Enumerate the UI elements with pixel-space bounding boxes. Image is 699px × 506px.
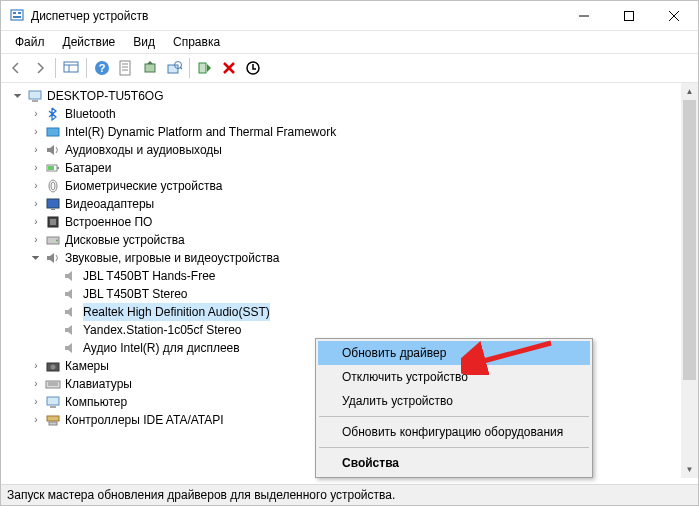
tree-category[interactable]: › Intel(R) Dynamic Platform and Thermal … — [7, 123, 696, 141]
tree-device[interactable]: Yandex.Station-1c05cf Stereo — [7, 321, 696, 339]
svg-rect-33 — [47, 199, 59, 208]
tree-root[interactable]: ⏷ DESKTOP-TU5T6OG — [7, 87, 696, 105]
expand-icon[interactable]: › — [29, 107, 43, 121]
sound-icon — [45, 250, 61, 266]
node-label: Компьютер — [65, 393, 127, 411]
speaker-icon — [63, 304, 79, 320]
svg-rect-34 — [51, 209, 55, 210]
speaker-icon — [63, 286, 79, 302]
expand-icon[interactable]: › — [29, 395, 43, 409]
collapse-icon[interactable]: ⏷ — [11, 89, 25, 103]
node-label: Видеоадаптеры — [65, 195, 154, 213]
menu-action[interactable]: Действие — [55, 33, 124, 51]
window-controls — [561, 1, 696, 30]
svg-point-40 — [51, 365, 56, 370]
tree-category[interactable]: › Видеоадаптеры — [7, 195, 696, 213]
uninstall-device-button[interactable] — [218, 57, 240, 79]
forward-button[interactable] — [29, 57, 51, 79]
expand-icon[interactable]: › — [29, 179, 43, 193]
node-label: Встроенное ПО — [65, 213, 152, 231]
ctx-update-driver[interactable]: Обновить драйвер — [318, 341, 590, 365]
svg-rect-1 — [13, 12, 16, 14]
svg-rect-44 — [47, 397, 59, 405]
menu-help[interactable]: Справка — [165, 33, 228, 51]
svg-rect-0 — [11, 10, 23, 20]
svg-rect-5 — [624, 11, 633, 20]
ctx-properties[interactable]: Свойства — [318, 451, 590, 475]
expand-icon[interactable]: › — [29, 359, 43, 373]
display-adapter-icon — [45, 196, 61, 212]
node-label: Аудио Intel(R) для дисплеев — [83, 339, 240, 357]
collapse-icon[interactable]: ⏷ — [29, 251, 43, 265]
battery-icon — [45, 160, 61, 176]
tree-category[interactable]: › Bluetooth — [7, 105, 696, 123]
expand-icon[interactable]: › — [29, 125, 43, 139]
scroll-down-arrow[interactable]: ▼ — [681, 461, 698, 478]
expand-icon[interactable]: › — [29, 197, 43, 211]
speaker-icon — [63, 322, 79, 338]
tree-device[interactable]: JBL T450BT Hands-Free — [7, 267, 696, 285]
minimize-button[interactable] — [561, 1, 606, 30]
help-button[interactable]: ? — [91, 57, 113, 79]
firmware-icon — [45, 214, 61, 230]
computer-icon — [45, 394, 61, 410]
ctx-scan-hardware[interactable]: Обновить конфигурацию оборудования — [318, 420, 590, 444]
update-driver-button[interactable] — [139, 57, 161, 79]
node-label: JBL T450BT Hands-Free — [83, 267, 216, 285]
app-icon — [9, 8, 25, 24]
scan-hardware-button[interactable] — [163, 57, 185, 79]
svg-rect-8 — [64, 62, 78, 72]
node-label: Realtek High Definition Audio(SST) — [83, 303, 270, 321]
ide-controller-icon — [45, 412, 61, 428]
tree-device[interactable]: JBL T450BT Stereo — [7, 285, 696, 303]
biometric-icon — [45, 178, 61, 194]
node-label: Bluetooth — [65, 105, 116, 123]
expand-icon[interactable]: › — [29, 161, 43, 175]
titlebar: Диспетчер устройств — [1, 1, 698, 31]
menubar: Файл Действие Вид Справка — [1, 31, 698, 54]
speaker-icon — [63, 340, 79, 356]
back-button[interactable] — [5, 57, 27, 79]
tree-category[interactable]: › Дисковые устройства — [7, 231, 696, 249]
properties-button[interactable] — [115, 57, 137, 79]
enable-device-button[interactable] — [194, 57, 216, 79]
node-label: Дисковые устройства — [65, 231, 185, 249]
tree-device-selected[interactable]: Realtek High Definition Audio(SST) — [7, 303, 696, 321]
ctx-uninstall-device[interactable]: Удалить устройство — [318, 389, 590, 413]
platform-icon — [45, 124, 61, 140]
tree-category-sound[interactable]: ⏷ Звуковые, игровые и видеоустройства — [7, 249, 696, 267]
expand-icon[interactable]: › — [29, 233, 43, 247]
show-hide-console-button[interactable] — [60, 57, 82, 79]
svg-rect-13 — [120, 61, 130, 75]
toolbar-separator — [55, 58, 56, 78]
tree-category[interactable]: › Биометрические устройства — [7, 177, 696, 195]
node-label: Батареи — [65, 159, 111, 177]
node-label: JBL T450BT Stereo — [83, 285, 188, 303]
svg-rect-21 — [199, 63, 206, 73]
expand-icon[interactable]: › — [29, 413, 43, 427]
ctx-separator — [319, 447, 589, 448]
scroll-thumb[interactable] — [683, 100, 696, 380]
scroll-up-arrow[interactable]: ▲ — [681, 83, 698, 100]
vertical-scrollbar[interactable]: ▲ ▼ — [681, 83, 698, 478]
tree-category[interactable]: › Аудиовходы и аудиовыходы — [7, 141, 696, 159]
expand-icon[interactable]: › — [29, 215, 43, 229]
ctx-disable-device[interactable]: Отключить устройство — [318, 365, 590, 389]
svg-point-32 — [51, 182, 55, 190]
expand-icon[interactable]: › — [29, 377, 43, 391]
maximize-button[interactable] — [606, 1, 651, 30]
svg-point-38 — [56, 240, 58, 242]
toolbar-separator — [86, 58, 87, 78]
disable-device-button[interactable] — [242, 57, 264, 79]
close-button[interactable] — [651, 1, 696, 30]
tree-category[interactable]: › Батареи — [7, 159, 696, 177]
menu-view[interactable]: Вид — [125, 33, 163, 51]
tree-category[interactable]: › Встроенное ПО — [7, 213, 696, 231]
expand-icon[interactable]: › — [29, 143, 43, 157]
menu-file[interactable]: Файл — [7, 33, 53, 51]
keyboard-icon — [45, 376, 61, 392]
node-label: Аудиовходы и аудиовыходы — [65, 141, 222, 159]
svg-rect-3 — [13, 16, 21, 18]
statusbar: Запуск мастера обновления драйверов для … — [1, 484, 698, 505]
bluetooth-icon — [45, 106, 61, 122]
